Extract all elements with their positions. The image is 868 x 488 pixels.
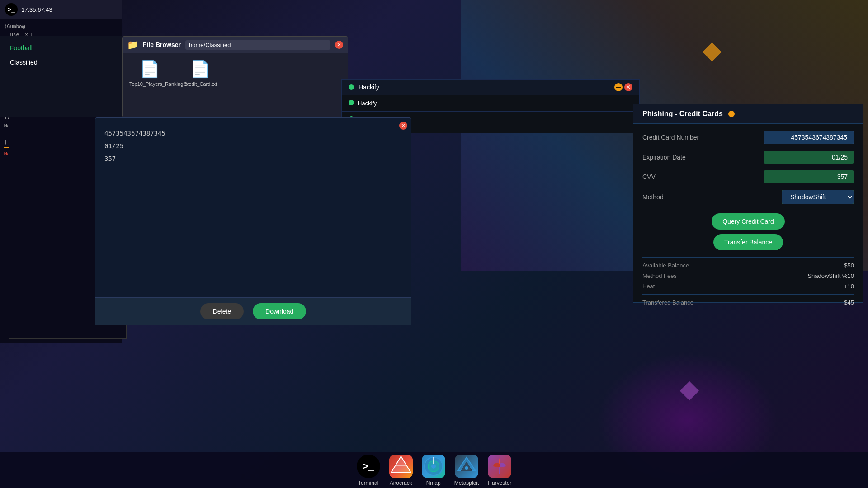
method-label: Method bbox=[642, 193, 664, 201]
svg-point-5 bbox=[431, 464, 436, 469]
taskbar: >_ Terminal Airocrack Nmap bbox=[0, 452, 868, 488]
nmap-taskbar-icon bbox=[422, 455, 445, 478]
download-button[interactable]: Download bbox=[253, 303, 306, 319]
svg-rect-10 bbox=[499, 467, 500, 474]
hackify-nav: Hackify bbox=[342, 95, 639, 112]
cc-number-line: 4573543674387345 bbox=[104, 127, 402, 140]
hackify-nav-dot bbox=[349, 100, 354, 105]
terminal-taskbar-icon: >_ bbox=[357, 455, 380, 478]
sidebar-item-football[interactable]: Football bbox=[5, 41, 117, 55]
phishing-header: Phishing - Credit Cards bbox=[633, 104, 863, 124]
taskbar-metasploit[interactable]: Metasploit bbox=[454, 455, 479, 486]
hackify-title: Hackify bbox=[359, 84, 379, 91]
expiration-value[interactable]: 01/25 bbox=[764, 151, 854, 164]
heat-value: +10 bbox=[844, 283, 854, 290]
file-name-ranking: Top10_Players_Ranking.txt bbox=[129, 81, 170, 87]
file-doc-icon: 📄 bbox=[140, 60, 160, 79]
file-name-creditcard: Credit_Card.txt bbox=[184, 81, 217, 87]
method-fees-value: ShadowShift %10 bbox=[807, 272, 854, 279]
taskbar-harvester[interactable]: Harvester bbox=[488, 455, 511, 486]
method-fees-label: Method Fees bbox=[642, 272, 677, 279]
phishing-title: Phishing - Credit Cards bbox=[642, 110, 723, 118]
taskbar-airocrack[interactable]: Airocrack bbox=[389, 455, 413, 486]
cvv-row: CVV 357 bbox=[642, 170, 854, 183]
action-buttons: Query Credit Card Transfer Balance bbox=[642, 211, 854, 253]
available-balance-value: $50 bbox=[844, 262, 854, 269]
file-browser-title: File Browser bbox=[143, 41, 181, 48]
metasploit-taskbar-icon bbox=[455, 455, 478, 478]
terminal-taskbar-label: Terminal bbox=[358, 480, 378, 486]
heat-row: Heat +10 bbox=[642, 283, 854, 290]
terminal-titlebar-1: >_ 17.35.67.43 bbox=[0, 0, 122, 19]
method-fees-row: Method Fees ShadowShift %10 bbox=[642, 272, 854, 279]
nmap-taskbar-label: Nmap bbox=[426, 480, 441, 486]
terminal-icon-1: >_ bbox=[5, 3, 18, 16]
file-doc-icon-2: 📄 bbox=[190, 60, 210, 79]
harvester-taskbar-icon bbox=[488, 455, 511, 478]
credit-card-row: Credit Card Number 4573543674387345 bbox=[642, 131, 854, 144]
folder-icon: 📁 bbox=[127, 39, 138, 50]
file-viewer-close[interactable]: ✕ bbox=[399, 122, 407, 130]
sidebar-panel: Football Classified bbox=[0, 36, 122, 117]
expiration-label: Expiration Date bbox=[642, 154, 686, 161]
heat-label: Heat bbox=[642, 283, 655, 290]
divider bbox=[642, 257, 854, 258]
file-item-ranking[interactable]: 📄 Top10_Players_Ranking.txt bbox=[129, 60, 170, 87]
cvv-label: CVV bbox=[642, 173, 656, 180]
cvv-value[interactable]: 357 bbox=[764, 170, 854, 183]
query-credit-card-button[interactable]: Query Credit Card bbox=[712, 213, 785, 230]
file-browser-window: 📁 File Browser ✕ 📄 Top10_Players_Ranking… bbox=[122, 36, 348, 117]
file-browser-body: 📄 Top10_Players_Ranking.txt 📄 Credit_Car… bbox=[123, 53, 348, 94]
airocrack-taskbar-label: Airocrack bbox=[390, 480, 412, 486]
divider-2 bbox=[642, 294, 854, 295]
file-browser-path[interactable] bbox=[185, 40, 330, 50]
svg-point-9 bbox=[465, 466, 468, 470]
phishing-body: Credit Card Number 4573543674387345 Expi… bbox=[633, 124, 863, 316]
file-browser-titlebar: 📁 File Browser ✕ bbox=[123, 37, 348, 53]
sidebar-item-classified[interactable]: Classified bbox=[5, 55, 117, 70]
hackify-minimize-btn[interactable]: — bbox=[614, 83, 623, 91]
method-select[interactable]: ShadowShift bbox=[782, 190, 854, 204]
phishing-panel: Phishing - Credit Cards Credit Card Numb… bbox=[633, 104, 863, 303]
file-viewer-content: 4573543674387345 01/25 357 bbox=[95, 118, 411, 297]
taskbar-nmap[interactable]: Nmap bbox=[422, 455, 445, 486]
airocrack-taskbar-icon bbox=[389, 455, 413, 478]
cc-number-value[interactable]: 4573543674387345 bbox=[764, 131, 854, 144]
method-row: Method ShadowShift bbox=[642, 190, 854, 204]
available-balance-label: Available Balance bbox=[642, 262, 689, 269]
terminal-ip-1: 17.35.67.43 bbox=[21, 6, 52, 13]
file-viewer-modal: ✕ 4573543674387345 01/25 357 Delete Down… bbox=[95, 117, 411, 325]
phishing-status-dot bbox=[728, 111, 735, 117]
cc-expiry-line: 01/25 bbox=[104, 140, 402, 152]
harvester-taskbar-label: Harvester bbox=[488, 480, 511, 486]
metasploit-taskbar-label: Metasploit bbox=[454, 480, 479, 486]
cc-cvv-line: 357 bbox=[104, 152, 402, 165]
cc-number-label: Credit Card Number bbox=[642, 134, 699, 141]
available-balance-row: Available Balance $50 bbox=[642, 262, 854, 269]
terminal-line: (Gumbo@ bbox=[4, 23, 118, 31]
taskbar-terminal[interactable]: >_ Terminal bbox=[357, 455, 380, 486]
file-viewer-footer: Delete Download bbox=[95, 297, 411, 325]
hackify-close-btn[interactable]: ✕ bbox=[624, 83, 632, 91]
delete-button[interactable]: Delete bbox=[200, 303, 244, 319]
transferred-balance-row: Transfered Balance $45 bbox=[642, 299, 854, 306]
transfer-balance-button[interactable]: Transfer Balance bbox=[713, 234, 783, 250]
file-browser-close[interactable]: ✕ bbox=[335, 41, 343, 49]
transferred-value: $45 bbox=[844, 299, 854, 306]
hackify-status-dot bbox=[349, 84, 354, 90]
hackify-nav-label[interactable]: Hackify bbox=[358, 100, 377, 107]
file-item-creditcard[interactable]: 📄 Credit_Card.txt bbox=[184, 60, 217, 87]
transferred-label: Transfered Balance bbox=[642, 299, 693, 306]
expiration-row: Expiration Date 01/25 bbox=[642, 151, 854, 164]
